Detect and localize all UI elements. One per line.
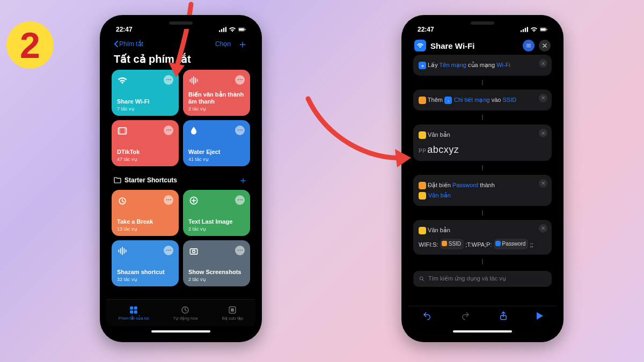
add-to-folder-button[interactable]: ＋ xyxy=(238,174,248,187)
back-button[interactable]: Phím tắt xyxy=(114,40,143,48)
remove-action-button[interactable]: ✕ xyxy=(539,59,547,68)
token-network-detail[interactable]: Chi tiết mạng xyxy=(444,95,490,105)
tile-more-button[interactable] xyxy=(164,195,173,205)
action-list: ✕ Lấy Tên mạng của mạng Wi-Fi ✕ Thêm Chi… xyxy=(408,55,557,268)
editor-header: Share Wi-Fi xyxy=(408,38,557,55)
tile-name: Shazam shortcut xyxy=(117,269,173,276)
phone-notch xyxy=(445,15,520,29)
action-text-qrpayload[interactable]: ✕ Văn bản WIFI:S: SSID ;T:WPA;P: Passwor… xyxy=(413,220,552,255)
pill-ssid[interactable]: SSID xyxy=(440,239,464,249)
tab-label: Tự động hóa xyxy=(173,316,197,321)
connector xyxy=(413,115,552,120)
text-chip-icon xyxy=(419,227,426,234)
remove-action-button[interactable]: ✕ xyxy=(539,224,547,233)
token-text-ref[interactable]: Văn bản xyxy=(419,190,451,201)
tab-gallery[interactable]: Bộ sưu tập xyxy=(222,305,244,321)
svg-rect-9 xyxy=(193,77,194,85)
tile-sub: 41 tác vụ xyxy=(188,157,245,162)
svg-rect-25 xyxy=(126,250,127,253)
shortcut-show-screenshots[interactable]: Show Screenshots 2 tác vụ xyxy=(183,240,250,286)
svg-rect-23 xyxy=(122,247,123,255)
tab-automation[interactable]: Tự động hóa xyxy=(173,305,197,321)
action-set-variable[interactable]: ✕ Đặt biến Password thành Văn bản xyxy=(413,175,552,206)
svg-rect-30 xyxy=(130,311,133,314)
redo-button[interactable] xyxy=(460,311,470,321)
tile-more-button[interactable] xyxy=(235,195,245,205)
close-button[interactable] xyxy=(539,40,551,51)
svg-rect-21 xyxy=(119,250,120,253)
tile-more-button[interactable] xyxy=(164,125,173,135)
shortcut-take-break[interactable]: Take a Break 13 tác vụ xyxy=(112,190,179,236)
svg-rect-13 xyxy=(119,129,120,130)
tile-name: Share Wi-Fi xyxy=(117,98,173,105)
folder-row: Starter Shortcuts ＋ xyxy=(106,166,255,190)
remove-action-button[interactable]: ✕ xyxy=(539,94,547,102)
tile-more-button[interactable] xyxy=(235,75,245,85)
remove-action-button[interactable]: ✕ xyxy=(539,129,547,137)
tab-bar: Phím tắt của tôi Tự động hóa Bộ sưu tập xyxy=(106,299,255,326)
tile-name: Take a Break xyxy=(117,218,173,225)
tile-more-button[interactable] xyxy=(164,75,173,85)
undo-button[interactable] xyxy=(422,311,432,321)
qr-payload-line[interactable]: WIFI:S: SSID ;T:WPA;P: Password ;; xyxy=(419,239,546,249)
shortcut-text-last-image[interactable]: Text Last Image 2 tác vụ xyxy=(183,190,250,236)
shortcut-shazam[interactable]: Shazam shortcut 32 tác vụ xyxy=(112,240,179,286)
tile-name: Show Screenshots xyxy=(188,269,245,276)
action-text-password[interactable]: ✕ Văn bản PPabcxyz xyxy=(413,124,552,161)
token-network-name[interactable]: Tên mạng xyxy=(440,62,466,68)
film-icon xyxy=(117,125,128,138)
shortcut-dtiktok[interactable]: DTikTok 47 tác vụ xyxy=(112,120,179,166)
action-get-network-name[interactable]: ✕ Lấy Tên mạng của mạng Wi-Fi xyxy=(413,55,552,76)
text-chip-icon xyxy=(419,131,426,139)
svg-rect-42 xyxy=(526,44,531,45)
tile-more-button[interactable] xyxy=(235,246,245,255)
settings-button[interactable] xyxy=(523,40,535,51)
search-icon xyxy=(419,276,425,282)
tile-name: Water Eject xyxy=(188,149,245,156)
waveform-icon xyxy=(117,246,128,258)
home-indicator[interactable] xyxy=(151,330,210,333)
connector xyxy=(413,210,552,216)
add-shortcut-button[interactable]: ＋ xyxy=(237,39,248,49)
token-password-var[interactable]: Password xyxy=(452,182,478,188)
search-placeholder: Tìm kiếm ứng dụng và tác vụ xyxy=(428,275,506,282)
battery-icon xyxy=(238,27,246,32)
annotation-arrow-right xyxy=(295,91,419,177)
tab-label: Phím tắt của tôi xyxy=(119,316,149,321)
shortcut-share-wifi[interactable]: Share Wi-Fi 7 tác vụ xyxy=(112,70,179,116)
page-title: Tất cả phím tắt xyxy=(106,51,255,70)
tab-my-shortcuts[interactable]: Phím tắt của tôi xyxy=(119,305,149,321)
wifi-icon xyxy=(117,75,128,88)
token-ssid[interactable]: SSID xyxy=(503,97,517,103)
variable-chip-icon xyxy=(419,97,426,104)
shortcut-tts[interactable]: Biến văn bản thành âm thanh 2 tác vụ xyxy=(183,70,250,116)
remove-action-button[interactable]: ✕ xyxy=(539,179,547,188)
shortcut-water-eject[interactable]: Water Eject 41 tác vụ xyxy=(183,120,250,166)
pill-password[interactable]: Password xyxy=(494,239,529,249)
share-button[interactable] xyxy=(499,311,508,321)
svg-rect-31 xyxy=(134,311,137,314)
svg-rect-34 xyxy=(231,308,234,312)
svg-rect-5 xyxy=(239,28,244,31)
svg-rect-6 xyxy=(245,29,245,31)
tile-sub: 47 tác vụ xyxy=(117,157,173,162)
svg-point-27 xyxy=(193,250,195,253)
home-indicator[interactable] xyxy=(453,330,512,333)
tile-sub: 13 tác vụ xyxy=(117,226,173,232)
text-input[interactable]: PPabcxyz xyxy=(419,144,546,156)
back-label: Phím tắt xyxy=(119,40,143,48)
run-button[interactable] xyxy=(537,312,543,320)
step-number: 2 xyxy=(20,27,40,63)
action-add-network-detail[interactable]: ✕ Thêm Chi tiết mạng vào SSID xyxy=(413,90,552,110)
phone-notch xyxy=(143,15,218,29)
chevron-left-icon xyxy=(114,41,118,47)
camera-icon xyxy=(188,246,199,258)
screen-left: 22:47 Phím tắt Chọn ＋ Tất cả phím tắt xyxy=(106,21,255,336)
search-input[interactable]: Tìm kiếm ứng dụng và tác vụ xyxy=(413,271,552,287)
select-button[interactable]: Chọn xyxy=(215,40,231,48)
tab-label: Bộ sưu tập xyxy=(222,316,244,321)
signal-icon xyxy=(219,27,226,32)
tile-more-button[interactable] xyxy=(164,246,173,255)
tile-more-button[interactable] xyxy=(235,125,245,135)
shortcut-wifi-icon xyxy=(414,40,426,51)
